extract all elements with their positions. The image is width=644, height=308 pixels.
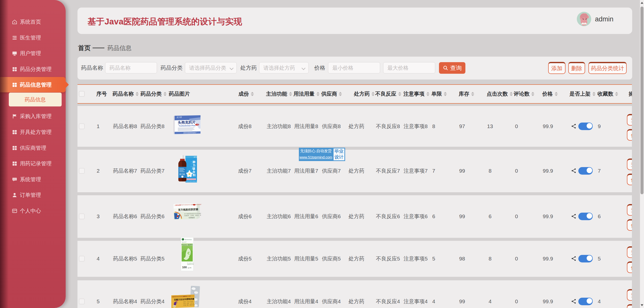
svg-text:For medicinal use only coverin: For medicinal use only covering xyxy=(187,263,194,264)
svg-text:毫升/瓶: 毫升/瓶 xyxy=(188,267,191,268)
svg-text:剂: 剂 xyxy=(192,173,195,177)
svg-text:力: 力 xyxy=(192,164,195,167)
svg-text:P: P xyxy=(191,161,192,163)
svg-text:Tsubaokewan Pian: Tsubaokewan Pian xyxy=(179,124,195,127)
svg-text:肺力咳: 肺力咳 xyxy=(179,173,185,175)
svg-text:Bionorica: Bionorica xyxy=(185,239,192,240)
svg-text:合: 合 xyxy=(192,170,195,173)
svg-text:复方氨酚烷胺胶囊: 复方氨酚烷胺胶囊 xyxy=(178,208,198,211)
svg-text:u: u xyxy=(191,163,191,164)
svg-text:成都康弘: 成都康弘 xyxy=(172,306,176,307)
svg-text:欧龙马口服滴剂: 欧龙马口服滴剂 xyxy=(181,244,193,246)
svg-text:四川肺力咳药业有限公司: 四川肺力咳药业有限公司 xyxy=(185,181,197,182)
svg-text:100: 100 xyxy=(182,266,187,269)
svg-text:欧龙马®: 欧龙马® xyxy=(182,241,187,243)
svg-text:n: n xyxy=(191,169,191,170)
svg-text:咳: 咳 xyxy=(192,167,195,170)
svg-text:乐唯宁®: 乐唯宁® xyxy=(183,296,187,297)
svg-text:肺力1号: 肺力1号 xyxy=(194,156,199,158)
svg-text:头孢克肟片: 头孢克肟片 xyxy=(178,120,195,124)
svg-text:symptoms of rhinitis sinusitis: symptoms of rhinitis sinusitis xyxy=(187,264,194,265)
svg-text:l: l xyxy=(191,164,191,166)
svg-text:肺: 肺 xyxy=(192,161,195,164)
